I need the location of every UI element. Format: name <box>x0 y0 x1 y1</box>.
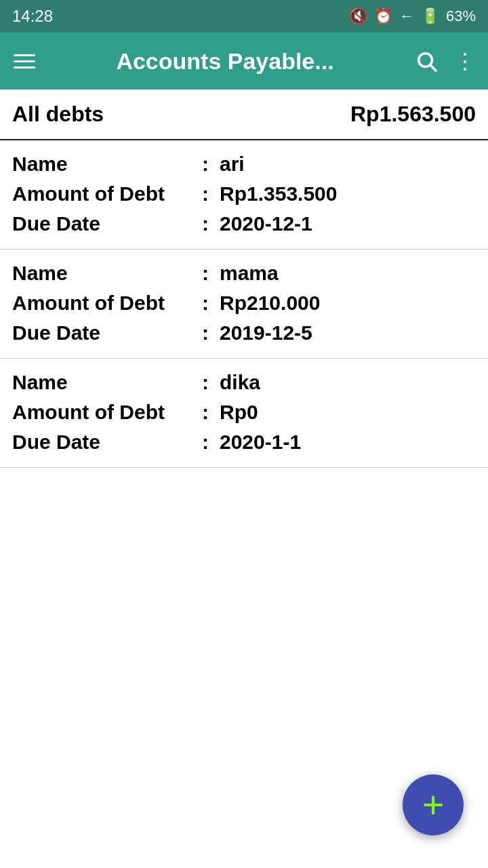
name-colon: : <box>202 153 209 176</box>
search-button[interactable] <box>415 50 438 73</box>
all-debts-total: Rp1.563.500 <box>350 102 476 127</box>
amount-of-debt-label: Amount of Debt <box>12 401 202 424</box>
due-date-label: Due Date <box>12 212 202 235</box>
debt-row-name: Name:ari <box>12 153 476 176</box>
svg-line-1 <box>430 65 436 71</box>
status-bar: 14:28 🔇 ⏰ ← 🔋 63% <box>0 0 488 33</box>
amount-of-debt-colon: : <box>202 182 209 205</box>
debt-row-amount-of-debt: Amount of Debt:Rp0 <box>12 401 476 424</box>
debt-row-name: Name:mama <box>12 262 476 285</box>
due-date-colon: : <box>202 431 209 454</box>
debt-row-amount-of-debt: Amount of Debt:Rp1.353.500 <box>12 182 476 205</box>
due-date-colon: : <box>202 212 209 235</box>
debt-item[interactable]: Name:mamaAmount of Debt:Rp210.000Due Dat… <box>0 250 488 359</box>
name-value: mama <box>220 262 279 285</box>
add-debt-button[interactable]: + <box>403 774 464 835</box>
debt-row-due-date: Due Date:2020-12-1 <box>12 212 476 235</box>
amount-of-debt-colon: : <box>202 401 209 424</box>
name-colon: : <box>202 262 209 285</box>
due-date-value: 2019-12-5 <box>220 321 312 344</box>
arrow-icon: ← <box>399 7 414 25</box>
amount-of-debt-label: Amount of Debt <box>12 292 202 315</box>
menu-button[interactable] <box>14 54 35 68</box>
due-date-colon: : <box>202 321 209 344</box>
all-debts-label: All debts <box>12 102 104 127</box>
name-colon: : <box>202 371 209 394</box>
debt-item[interactable]: Name:ariAmount of Debt:Rp1.353.500Due Da… <box>0 140 488 250</box>
debt-row-name: Name:dika <box>12 371 476 394</box>
amount-of-debt-label: Amount of Debt <box>12 182 202 205</box>
amount-of-debt-colon: : <box>202 292 209 315</box>
due-date-label: Due Date <box>12 321 202 344</box>
more-options-button[interactable]: ⋮ <box>454 48 474 74</box>
battery-icon: 🔋 <box>421 7 439 25</box>
alarm-icon: ⏰ <box>374 7 392 25</box>
debt-row-amount-of-debt: Amount of Debt:Rp210.000 <box>12 292 476 315</box>
due-date-label: Due Date <box>12 431 202 454</box>
name-value: ari <box>220 153 245 176</box>
status-icons: 🔇 ⏰ ← 🔋 63% <box>349 7 476 25</box>
amount-of-debt-value: Rp210.000 <box>220 292 320 315</box>
amount-of-debt-value: Rp0 <box>220 401 258 424</box>
mute-icon: 🔇 <box>349 7 367 25</box>
app-title: Accounts Payable... <box>52 48 399 75</box>
debt-row-due-date: Due Date:2020-1-1 <box>12 431 476 454</box>
debt-list: Name:ariAmount of Debt:Rp1.353.500Due Da… <box>0 140 488 468</box>
name-label: Name <box>12 371 202 394</box>
debt-row-due-date: Due Date:2019-12-5 <box>12 321 476 344</box>
due-date-value: 2020-1-1 <box>220 431 301 454</box>
amount-of-debt-value: Rp1.353.500 <box>220 182 337 205</box>
due-date-value: 2020-12-1 <box>220 212 312 235</box>
debt-item[interactable]: Name:dikaAmount of Debt:Rp0Due Date:2020… <box>0 359 488 468</box>
battery-percent: 63% <box>446 7 476 25</box>
name-label: Name <box>12 153 202 176</box>
app-bar: Accounts Payable... ⋮ <box>0 33 488 90</box>
all-debts-header: All debts Rp1.563.500 <box>0 90 488 140</box>
add-icon: + <box>422 786 445 824</box>
status-time: 14:28 <box>12 7 53 26</box>
name-value: dika <box>220 371 260 394</box>
name-label: Name <box>12 262 202 285</box>
